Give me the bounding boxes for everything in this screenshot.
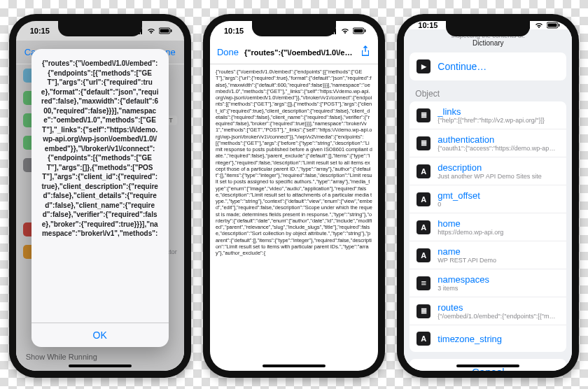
object-list[interactable]: _links{"help":[{"href":"http://v2.wp-api…: [410, 101, 566, 352]
device-1: 10:15 URL Advanced MethodGET Headers Sho…: [9, 14, 191, 378]
svg-rect-5: [365, 29, 366, 32]
home-indicator[interactable]: [262, 365, 326, 367]
text-icon: [416, 192, 430, 206]
doc-header: Done {"routes":{"\/oembed\/1.0\/e…: [210, 41, 378, 64]
object-value: {"oauth1":{"access":"https://demo.wp-api…: [438, 145, 556, 152]
dictionary-icon: [416, 304, 430, 318]
object-value: {"/oembed/1.0/embed":{"endpoints":[{"met…: [438, 313, 556, 320]
continue-button[interactable]: Continue…: [410, 52, 566, 80]
alert-dialog: {"routes":{"\/oembed\/1.0\/embed":{"endp…: [31, 49, 169, 347]
object-key: routes: [438, 302, 556, 313]
object-key: gmt_offset: [438, 190, 479, 201]
object-row-description[interactable]: descriptionJust another WP API Demo Site…: [410, 157, 566, 185]
object-key: home: [438, 218, 503, 229]
done-button[interactable]: Done: [217, 47, 239, 57]
object-value: 3 items: [438, 285, 489, 292]
wifi-icon: [340, 27, 350, 34]
home-indicator[interactable]: [456, 365, 519, 367]
share-button[interactable]: [360, 45, 371, 59]
dictionary-icon: [416, 108, 430, 122]
object-row-timezone_string[interactable]: timezone_string: [410, 325, 566, 352]
battery-icon: [353, 27, 367, 34]
object-key: timezone_string: [438, 334, 502, 344]
notch: [446, 21, 530, 36]
object-key: authentication: [438, 134, 556, 145]
object-row-routes[interactable]: routes{"/oembed/1.0/embed":{"endpoints":…: [410, 297, 566, 325]
object-value: {"help":[{"href":"http://v2.wp-api.org/"…: [438, 117, 545, 124]
svg-rect-4: [354, 29, 363, 33]
continue-label: Continue…: [438, 61, 486, 72]
doc-title: {"routes":{"\/oembed\/1.0\/e…: [244, 48, 354, 57]
text-icon: [416, 332, 430, 346]
svg-rect-7: [548, 24, 557, 27]
alert-ok-button[interactable]: OK: [31, 323, 169, 347]
doc-body[interactable]: {"routes":{"\/oembed\/1.0\/embed":{"endp…: [210, 64, 378, 371]
object-key: description: [438, 162, 541, 173]
object-value: https://demo.wp-api.org: [438, 229, 503, 236]
notch: [252, 21, 336, 36]
device-2: 10:15 Done {"routes":{"\/oembed\/1.0\/e……: [203, 14, 385, 378]
svg-rect-8: [559, 24, 560, 27]
object-value: Just another WP API Demo Sites site: [438, 173, 541, 180]
object-key: name: [438, 246, 496, 257]
object-key: namespaces: [438, 274, 489, 285]
object-row-name[interactable]: nameWP REST API Demo: [410, 241, 566, 269]
text-icon: [416, 220, 430, 234]
array-icon: [416, 276, 430, 290]
object-value: 0: [438, 201, 479, 208]
share-icon: [360, 45, 371, 57]
device-3: 10:15 Inspecting the contents of: Dictio…: [397, 14, 579, 378]
wifi-icon: [534, 22, 544, 29]
notch: [58, 21, 142, 36]
dictionary-icon: [416, 136, 430, 150]
home-indicator[interactable]: [69, 365, 132, 367]
show-while-running-label: Show While Running: [16, 350, 184, 364]
status-time: 10:15: [418, 21, 438, 29]
object-key: _links: [438, 106, 545, 117]
section-header-object: Object: [404, 80, 572, 101]
alert-message: {"routes":{"\/oembed\/1.0\/embed":{"endp…: [31, 49, 169, 323]
play-icon: [416, 59, 430, 73]
object-row-_links[interactable]: _links{"help":[{"href":"http://v2.wp-api…: [410, 101, 566, 129]
object-row-authentication[interactable]: authentication{"oauth1":{"access":"https…: [410, 129, 566, 157]
text-icon: [416, 248, 430, 262]
status-time: 10:15: [224, 27, 244, 35]
object-value: WP REST API Demo: [438, 257, 496, 264]
object-row-home[interactable]: homehttps://demo.wp-api.org: [410, 213, 566, 241]
text-icon: [416, 164, 430, 178]
object-row-namespaces[interactable]: namespaces3 items: [410, 269, 566, 297]
object-row-gmt_offset[interactable]: gmt_offset0: [410, 185, 566, 213]
battery-icon: [547, 22, 561, 29]
